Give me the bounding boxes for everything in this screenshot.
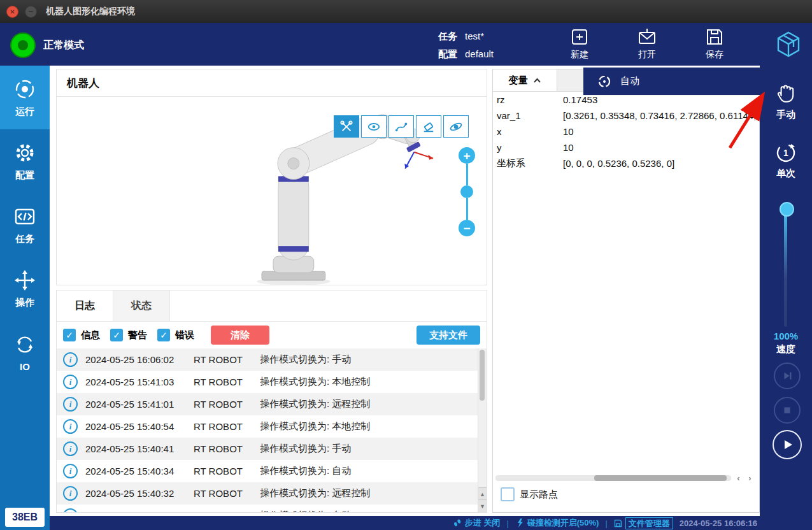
- scroll-left-button[interactable]: [733, 473, 744, 483]
- new-button[interactable]: 新建: [559, 27, 600, 61]
- info-icon: [63, 486, 78, 501]
- tools-button[interactable]: [334, 115, 359, 138]
- log-row: 2024-05-25 15:40:32 RT ROBOT 操作模式切换为: 远程…: [57, 482, 478, 505]
- clock-timestamp: 2024-05-25 16:06:16: [680, 519, 757, 528]
- log-scrollbar[interactable]: [478, 348, 487, 512]
- tab-variables[interactable]: 变量: [493, 69, 557, 91]
- sidebar-item-task[interactable]: 任务: [0, 193, 50, 257]
- file-manager-icon: [614, 519, 622, 527]
- close-icon[interactable]: [6, 6, 18, 18]
- step-toggle[interactable]: 步进 关闭: [453, 517, 501, 529]
- log-panel: 日志 状态 信息 警告 错误 清除 支持文件 2024-05-25 16:06:…: [56, 290, 487, 513]
- variables-header-spacer: [557, 69, 585, 91]
- stop-icon: [780, 403, 794, 417]
- log-message: 操作模式切换为: 远程控制: [260, 398, 370, 410]
- sidebar-item-operate[interactable]: 操作: [0, 257, 50, 320]
- variable-name: y: [493, 142, 563, 153]
- collision-toggle[interactable]: 碰撞检测开启(50%): [515, 517, 599, 529]
- chevron-up-icon: [533, 78, 541, 83]
- variable-row: x 10: [493, 124, 759, 140]
- sidebar-item-run[interactable]: 运行: [0, 66, 50, 129]
- manual-mode-button[interactable]: 手动: [760, 82, 812, 121]
- sidebar-item-label: IO: [20, 361, 30, 372]
- skip-next-button[interactable]: [774, 362, 801, 389]
- variable-row: var_1 [0.3261, 0.35348, 0.73416, 2.72866…: [493, 108, 759, 124]
- speed-slider[interactable]: [784, 207, 787, 327]
- main-area: 机器人: [50, 66, 760, 516]
- zoom-slider-thumb[interactable]: [460, 185, 473, 198]
- play-button[interactable]: [773, 430, 802, 459]
- log-scrollbar-thumb[interactable]: [480, 350, 485, 401]
- log-row: 2024-05-25 15:40:34 RT ROBOT 操作模式切换为: 自动: [57, 460, 478, 482]
- code-icon: [13, 205, 36, 228]
- statusbar: 步进 关闭 | 碰撞检测开启(50%) | 文件管理器 2024-05-25 1…: [50, 516, 812, 530]
- sidebar-item-config[interactable]: 配置: [0, 129, 50, 193]
- move-arrows-icon: [13, 269, 36, 292]
- clear-button[interactable]: 清除: [211, 326, 269, 345]
- file-manager-button[interactable]: 文件管理器: [614, 517, 673, 529]
- variable-name: var_1: [493, 110, 563, 121]
- variable-value: 10: [563, 126, 759, 137]
- open-button[interactable]: 打开: [627, 27, 667, 61]
- spinner-icon: [597, 75, 611, 89]
- log-row: 2024-05-25 15:41:01 RT ROBOT 操作模式切换为: 远程…: [57, 393, 478, 415]
- app-logo[interactable]: [773, 29, 804, 61]
- stop-button[interactable]: [774, 397, 801, 424]
- io-swap-icon: [13, 333, 36, 356]
- warning-checkbox[interactable]: [110, 329, 123, 341]
- log-row: 2024-05-25 15:40:54 RT ROBOT 操作模式切换为: 本地…: [57, 415, 478, 438]
- log-source: RT ROBOT: [194, 510, 252, 512]
- support-files-button[interactable]: 支持文件: [417, 326, 480, 345]
- tab-status[interactable]: 状态: [113, 290, 170, 321]
- orbit-button[interactable]: [443, 115, 469, 138]
- visibility-button[interactable]: [361, 115, 387, 138]
- auto-option[interactable]: 自动: [597, 75, 639, 89]
- zoom-out-button[interactable]: −: [459, 220, 475, 236]
- variables-panel: 变量 rz 0.17453 var_1 [0.3261, 0.35348, 0.…: [492, 69, 760, 513]
- robot-panel-title: 机器人: [57, 69, 487, 97]
- show-waypoints-label: 显示路点: [520, 489, 558, 501]
- step-label: 步进 关闭: [465, 517, 501, 529]
- sidebar-item-io[interactable]: IO: [0, 320, 50, 384]
- trajectory-button[interactable]: [388, 115, 414, 138]
- single-run-button[interactable]: 1 单次: [760, 142, 812, 180]
- log-row: 2024-05-25 15:40:41 RT ROBOT 操作模式切换为: 手动: [57, 438, 478, 460]
- config-label: 配置: [438, 45, 457, 63]
- zoom-in-button[interactable]: +: [459, 147, 475, 164]
- log-time: 2024-05-25 15:40:30: [85, 510, 186, 512]
- error-checkbox[interactable]: [157, 329, 170, 341]
- info-checkbox[interactable]: [63, 329, 76, 341]
- robot-panel: 机器人: [56, 69, 487, 285]
- sidebar-item-label: 操作: [15, 297, 34, 309]
- task-value: test*: [465, 27, 484, 45]
- info-icon: [63, 375, 78, 389]
- tab-log[interactable]: 日志: [57, 290, 113, 321]
- log-source: RT ROBOT: [194, 466, 252, 476]
- log-message: 操作模式切换为: 自动: [260, 465, 351, 477]
- new-file-icon: [569, 27, 590, 47]
- sidebar-item-label: 运行: [15, 106, 34, 118]
- mode-dropdown: 自动: [583, 68, 760, 96]
- scroll-down-button[interactable]: [478, 499, 487, 512]
- open-button-label: 打开: [638, 49, 656, 61]
- gear-icon: [13, 141, 36, 164]
- collision-icon: [515, 519, 524, 527]
- open-file-icon: [637, 27, 657, 47]
- mode-label: 正常模式: [43, 39, 84, 52]
- horizontal-scrollbar[interactable]: [495, 475, 731, 481]
- orbit-icon: [449, 120, 463, 134]
- minimize-icon[interactable]: [25, 6, 37, 18]
- show-waypoints-checkbox[interactable]: [501, 487, 515, 501]
- speed-label: 速度: [760, 343, 812, 355]
- eraser-icon: [422, 120, 436, 134]
- scroll-right-button[interactable]: [744, 473, 755, 483]
- variable-value: [0.3261, 0.35348, 0.73416, 2.72866, 0.61…: [563, 110, 759, 121]
- horizontal-scrollbar-thumb[interactable]: [594, 475, 726, 481]
- app-titlebar: 机器人图形化编程环境: [0, 0, 812, 23]
- speed-slider-thumb[interactable]: [780, 202, 794, 217]
- log-message: 操作模式切换为: 本地控制: [260, 376, 370, 388]
- scroll-up-button[interactable]: [478, 487, 487, 500]
- eraser-button[interactable]: [416, 115, 441, 138]
- left-sidebar: 运行 配置 任务 操作 IO 38EB: [0, 66, 50, 530]
- save-button[interactable]: 保存: [694, 27, 735, 61]
